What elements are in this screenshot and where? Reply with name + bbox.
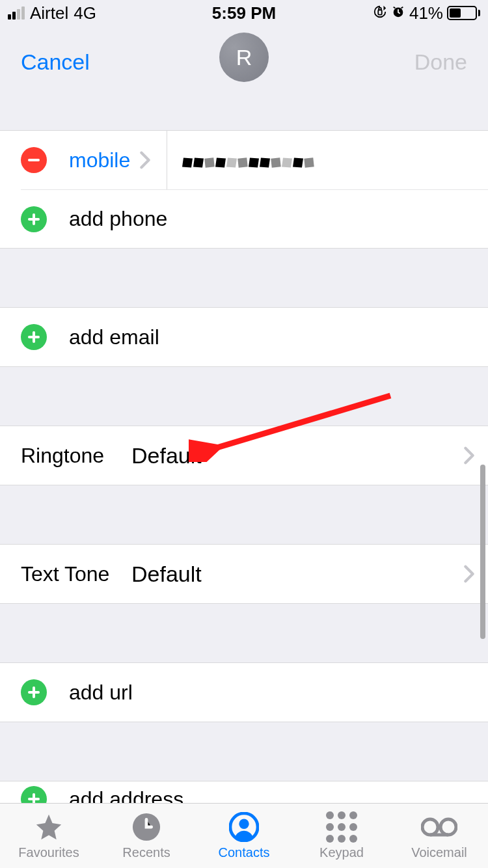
add-address-row[interactable]: add address [0,781,488,803]
url-section: add url [0,662,488,722]
tab-contacts[interactable]: Contacts [195,804,293,868]
tab-keypad[interactable]: Keypad [293,804,390,868]
texttone-value: Default [131,562,202,587]
phone-number-field[interactable] [183,148,314,172]
minus-icon [28,159,40,161]
tab-favourites[interactable]: Favourites [0,804,98,868]
plus-icon [28,686,40,698]
divider [167,131,167,189]
texttone-label: Text Tone [21,562,131,586]
signal-icon [8,7,25,20]
redacted-value [183,158,314,167]
svg-point-7 [441,819,456,835]
tab-recents[interactable]: Recents [98,804,195,868]
done-button[interactable]: Done [414,49,467,75]
chevron-right-icon [463,446,475,465]
phone-row[interactable]: mobile [0,131,488,189]
add-url-label: add url [69,681,133,705]
tab-voicemail[interactable]: Voicemail [390,804,488,868]
status-bar: Airtel 4G 5:59 PM 41% [0,0,488,26]
clock-label: 5:59 PM [212,3,276,23]
chevron-right-icon [463,565,475,583]
address-section: add address [0,781,488,803]
tab-label: Keypad [319,845,364,860]
add-phone-button[interactable] [21,206,47,232]
add-email-label: add email [69,325,159,349]
tab-bar: Favourites Recents Contacts Keypad Voice… [0,803,488,868]
battery-pct-label: 41% [409,3,443,23]
tab-label: Recents [122,845,170,860]
nav-header: Cancel R Done [0,26,488,130]
phone-type-selector[interactable]: mobile [69,148,151,172]
phone-section: mobile add phone [0,130,488,249]
svg-point-5 [239,819,249,829]
plus-icon [28,331,40,343]
email-section: add email [0,307,488,367]
keypad-icon [326,811,357,843]
orientation-lock-icon [373,3,387,23]
cancel-button[interactable]: Cancel [21,49,90,75]
add-email-button[interactable] [21,324,47,350]
add-phone-label: add phone [69,207,167,231]
texttone-section: Text Tone Default [0,544,488,604]
edit-contact-form: mobile add phone add email [0,130,488,803]
avatar[interactable]: R [219,33,269,82]
phone-type-label: mobile [69,148,130,172]
clock-icon [131,811,161,843]
network-label: 4G [74,3,96,23]
ringtone-label: Ringtone [21,444,131,468]
chevron-right-icon [139,151,151,169]
voicemail-icon [421,811,457,843]
texttone-row[interactable]: Text Tone Default [0,545,488,603]
add-url-button[interactable] [21,679,47,705]
plus-icon [28,213,40,225]
add-url-row[interactable]: add url [0,663,488,722]
plus-icon [28,793,40,803]
contacts-icon [229,811,259,843]
add-address-button[interactable] [21,786,47,803]
ringtone-value: Default [131,443,202,468]
tab-label: Contacts [219,845,270,860]
ringtone-row[interactable]: Ringtone Default [0,426,488,485]
add-address-label: add address [69,787,183,804]
add-phone-row[interactable]: add phone [21,189,488,248]
remove-phone-button[interactable] [21,147,47,173]
star-icon [33,811,64,843]
scroll-indicator[interactable] [480,465,485,639]
tab-label: Voicemail [411,845,467,860]
tab-label: Favourites [18,845,79,860]
alarm-icon [391,3,405,23]
carrier-label: Airtel [30,3,68,23]
svg-point-6 [422,819,438,835]
status-right: 41% [373,3,480,23]
battery-icon [447,6,480,20]
ringtone-section: Ringtone Default [0,426,488,485]
svg-rect-0 [378,10,382,14]
status-left: Airtel 4G [8,3,96,23]
add-email-row[interactable]: add email [0,308,488,366]
